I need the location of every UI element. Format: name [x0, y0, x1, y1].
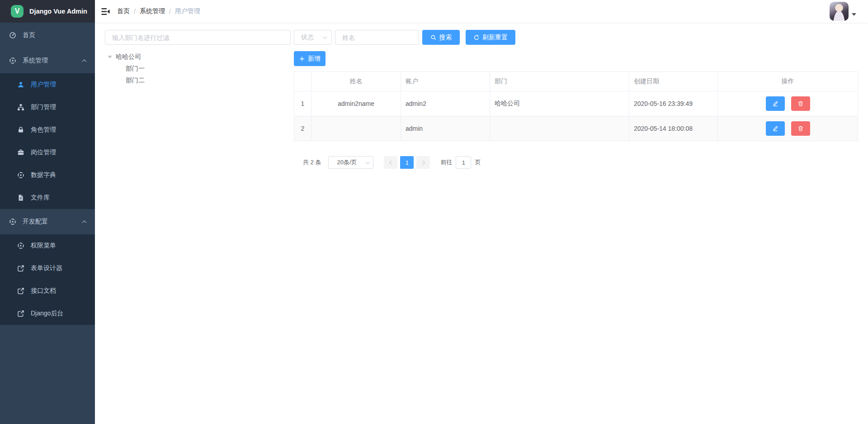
- tree-node-label: 部门一: [126, 65, 145, 73]
- briefcase-icon: [17, 149, 24, 156]
- search-icon: [430, 34, 437, 41]
- sidebar-subitem-label: 部门管理: [31, 103, 56, 111]
- column-header-4: 创建日期: [629, 72, 718, 91]
- tree-node-label: 部门二: [126, 76, 145, 85]
- delete-button[interactable]: [791, 96, 810, 111]
- chevron-up-icon: [82, 59, 87, 64]
- chevron-left-icon: [389, 160, 394, 165]
- breadcrumb-home[interactable]: 首页: [117, 7, 130, 15]
- user-menu[interactable]: [830, 2, 856, 21]
- goto-page-input[interactable]: [456, 156, 471, 169]
- tree-node-label: 哈哈公司: [116, 53, 141, 61]
- breadcrumb-separator: /: [134, 8, 136, 15]
- tree-icon: [17, 104, 24, 111]
- submenu: 用户管理部门管理角色管理岗位管理数据字典文件库: [0, 73, 95, 209]
- topbar: 首页 / 系统管理 / 用户管理: [95, 0, 868, 23]
- sidebar-subitem-2-3[interactable]: Django后台: [0, 302, 95, 325]
- component-icon: [9, 218, 16, 225]
- page-button-active[interactable]: 1: [400, 156, 414, 169]
- breadcrumb-current: 用户管理: [175, 7, 200, 15]
- delete-button[interactable]: [791, 121, 810, 136]
- table-header-row: 姓名账户部门创建日期操作: [294, 72, 858, 91]
- table-row: 2admin2020-05-14 18:00:08: [294, 116, 858, 141]
- column-header-5: 操作: [718, 72, 858, 91]
- app-logo-icon: V: [11, 5, 24, 18]
- table-cell: 2: [294, 116, 311, 141]
- link-icon: [17, 265, 24, 272]
- sidebar-subitem-label: 数据字典: [31, 171, 56, 179]
- next-page-button[interactable]: [416, 156, 430, 169]
- sidebar-subitem-1-3[interactable]: 岗位管理: [0, 141, 95, 164]
- chevron-down-icon: [366, 160, 370, 164]
- pagination-total: 共 2 条: [303, 158, 321, 167]
- page-size-select[interactable]: 20条/页: [328, 156, 373, 169]
- app-logo[interactable]: V Django Vue Admin: [0, 0, 95, 23]
- sidebar-subitem-1-2[interactable]: 角色管理: [0, 119, 95, 141]
- caret-down-icon: [108, 56, 112, 58]
- avatar[interactable]: [830, 2, 849, 21]
- sidebar-item-section-2[interactable]: 开发配置: [0, 209, 95, 234]
- sidebar-subitem-1-4[interactable]: 数据字典: [0, 164, 95, 186]
- user-icon: [17, 81, 24, 88]
- prev-page-button[interactable]: [384, 156, 397, 169]
- refresh-icon: [473, 34, 480, 41]
- chevron-up-icon: [82, 220, 87, 225]
- sidebar-item-0[interactable]: 首页: [0, 23, 95, 48]
- sidebar-subitem-label: 权限菜单: [31, 242, 56, 250]
- goto-suffix: 页: [475, 158, 481, 167]
- search-button[interactable]: 搜索: [422, 30, 460, 45]
- dept-filter-input[interactable]: [105, 30, 291, 45]
- sidebar-item-label: 开发配置: [23, 218, 48, 226]
- table-cell: 2020-05-16 23:39:49: [629, 91, 718, 116]
- component-icon: [17, 242, 24, 249]
- sidebar-item-label: 首页: [23, 31, 35, 39]
- toolbar-row: 新增: [294, 51, 860, 66]
- sidebar-item-section-1[interactable]: 系统管理: [0, 48, 95, 73]
- sidebar-subitem-label: 角色管理: [31, 126, 56, 134]
- caret-down-icon: [852, 13, 856, 16]
- column-header-2: 账户: [401, 72, 490, 91]
- table-cell: 1: [294, 91, 311, 116]
- column-header-1: 姓名: [311, 72, 401, 91]
- pagination: 共 2 条 20条/页 1 前往 页: [303, 156, 860, 169]
- edit-icon: [772, 125, 778, 132]
- edit-button[interactable]: [766, 121, 785, 136]
- tree-node-child-0[interactable]: 部门一: [105, 63, 291, 75]
- actions-cell: [718, 91, 858, 116]
- app-title: Django Vue Admin: [29, 8, 87, 15]
- sidebar-subitem-label: 用户管理: [31, 81, 56, 89]
- main-area: 首页 / 系统管理 / 用户管理 哈哈公司部门一部门二 状态: [95, 0, 868, 424]
- tree-node-child-1[interactable]: 部门二: [105, 75, 291, 86]
- sidebar-subitem-2-1[interactable]: 表单设计器: [0, 257, 95, 280]
- sidebar-subitem-1-1[interactable]: 部门管理: [0, 96, 95, 119]
- table-cell: [311, 116, 401, 141]
- edit-button[interactable]: [766, 96, 785, 111]
- sidebar-subitem-2-2[interactable]: 接口文档: [0, 280, 95, 302]
- column-header-3: 部门: [490, 72, 629, 91]
- sidebar-toggle-icon[interactable]: [101, 7, 110, 16]
- sidebar-subitem-1-0[interactable]: 用户管理: [0, 73, 95, 96]
- add-button[interactable]: 新增: [294, 51, 326, 66]
- actions-cell: [718, 116, 858, 141]
- name-filter-input[interactable]: [335, 30, 419, 45]
- lock-icon: [17, 126, 24, 133]
- dept-tree: 哈哈公司部门一部门二: [105, 51, 291, 86]
- sidebar-subitem-1-5[interactable]: 文件库: [0, 186, 95, 209]
- breadcrumb: 首页 / 系统管理 / 用户管理: [117, 7, 200, 15]
- documentation-icon: [17, 194, 24, 201]
- goto-label: 前往: [440, 158, 452, 167]
- refresh-reset-button[interactable]: 刷新重置: [466, 30, 515, 45]
- table-cell: admin2: [401, 91, 490, 116]
- tree-node-root[interactable]: 哈哈公司: [105, 51, 291, 63]
- delete-icon: [797, 100, 804, 107]
- plus-icon: [299, 56, 305, 62]
- component-icon: [9, 57, 16, 64]
- refresh-button-label: 刷新重置: [482, 33, 508, 42]
- status-select-placeholder: 状态: [301, 33, 314, 42]
- breadcrumb-system[interactable]: 系统管理: [140, 7, 165, 15]
- sidebar-subitem-2-0[interactable]: 权限菜单: [0, 234, 95, 257]
- status-select[interactable]: 状态: [294, 30, 332, 45]
- user-panel: 状态 搜索 刷新重置: [294, 30, 860, 169]
- delete-icon: [797, 125, 804, 132]
- submenu: 权限菜单表单设计器接口文档Django后台: [0, 234, 95, 325]
